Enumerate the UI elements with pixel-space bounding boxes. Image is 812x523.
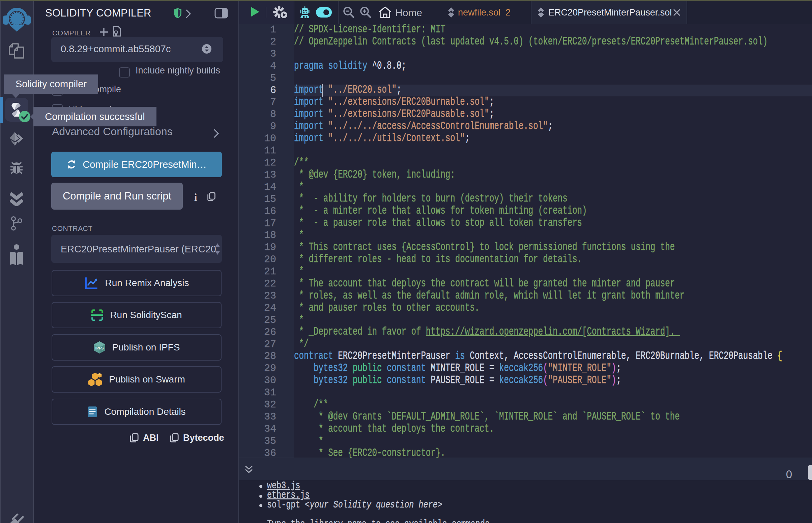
svg-text:IPFS: IPFS bbox=[95, 346, 104, 350]
